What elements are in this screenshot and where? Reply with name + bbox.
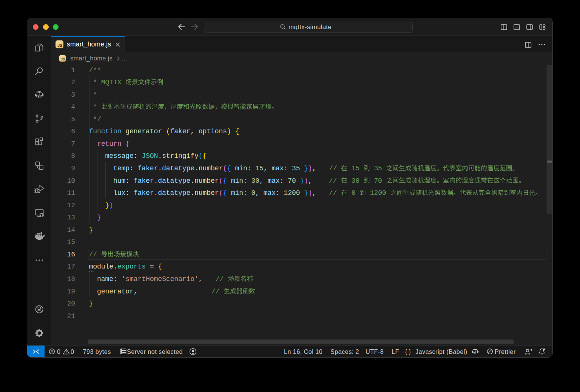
svg-text:exports: exports [117, 263, 146, 270]
svg-text:min: min [231, 189, 243, 197]
svg-text://: // [89, 251, 97, 258]
svg-text:*: * [93, 91, 97, 99]
svg-text::: : [125, 189, 130, 197]
svg-text:4: 4 [71, 103, 75, 111]
svg-text://: // [211, 288, 220, 295]
svg-text:,: , [312, 165, 316, 172]
svg-text:return: return [97, 140, 122, 148]
svg-text:16: 16 [67, 251, 75, 258]
svg-text:(: ( [166, 128, 170, 135]
svg-text:): ) [109, 202, 113, 209]
svg-text:15: 15 [352, 165, 360, 172]
svg-text:15: 15 [255, 165, 264, 172]
svg-text::: : [134, 152, 138, 160]
svg-text:.: . [154, 177, 158, 185]
svg-text:hum: hum [113, 177, 125, 185]
svg-text:21: 21 [67, 312, 75, 320]
svg-text:min: min [231, 177, 243, 185]
svg-text:{: { [125, 140, 130, 148]
svg-text:lux: lux [113, 189, 125, 197]
svg-text:stringify: stringify [162, 152, 199, 160]
svg-text:faker: faker [170, 128, 191, 135]
svg-text:number: number [194, 177, 219, 185]
svg-text:number: number [194, 189, 219, 197]
svg-text:1200: 1200 [284, 189, 300, 197]
svg-text:}: } [97, 214, 101, 221]
svg-text:12: 12 [67, 202, 75, 209]
svg-text:.: . [154, 189, 158, 197]
svg-text:=: = [150, 263, 154, 270]
svg-text:1200: 1200 [370, 189, 386, 197]
svg-text:15: 15 [67, 238, 75, 246]
svg-text:7: 7 [71, 140, 75, 148]
svg-text:20: 20 [67, 300, 75, 307]
svg-text:*: * [93, 79, 97, 86]
svg-text:1: 1 [71, 66, 75, 74]
svg-text:.: . [113, 263, 117, 270]
svg-text:.: . [158, 165, 162, 172]
svg-text:(: ( [223, 165, 227, 172]
svg-text::: : [243, 189, 247, 197]
svg-text:*/: */ [93, 116, 101, 123]
svg-text:(: ( [219, 189, 223, 197]
svg-text:3: 3 [71, 91, 75, 99]
svg-text:,: , [190, 128, 194, 135]
svg-text:faker: faker [134, 177, 154, 185]
svg-text:}: } [304, 189, 308, 197]
svg-text:min: min [235, 165, 247, 172]
svg-text::: : [113, 275, 117, 283]
svg-text:,: , [199, 275, 203, 283]
svg-text:datatype: datatype [158, 177, 190, 185]
svg-text:(: ( [199, 152, 203, 160]
svg-text:generator: generator [125, 128, 162, 135]
svg-text:,: , [312, 189, 316, 197]
svg-text:(: ( [219, 177, 223, 185]
svg-text:generator: generator [97, 288, 134, 295]
svg-text:max: max [264, 189, 276, 197]
svg-text:{: { [227, 165, 231, 172]
svg-text:max: max [271, 165, 284, 172]
svg-text::: : [130, 165, 134, 172]
svg-text:): ) [308, 189, 312, 197]
svg-text:17: 17 [67, 263, 75, 270]
svg-text:14: 14 [67, 226, 75, 234]
svg-text:module: module [89, 263, 114, 270]
svg-text::: : [125, 177, 130, 185]
svg-text:35: 35 [292, 165, 300, 172]
svg-text:35: 35 [374, 165, 382, 172]
svg-text:{: { [203, 152, 207, 160]
svg-text:0: 0 [251, 189, 256, 197]
svg-text:.: . [190, 177, 194, 185]
svg-text:,: , [308, 177, 312, 185]
svg-text:6: 6 [71, 128, 75, 135]
svg-text:faker: faker [138, 165, 158, 172]
svg-text:name: name [97, 275, 113, 283]
svg-text:): ) [304, 177, 308, 185]
svg-text:{: { [235, 128, 239, 135]
svg-text:11: 11 [67, 189, 75, 197]
svg-text::: : [284, 165, 288, 172]
svg-text:70: 70 [374, 177, 382, 185]
svg-text:function: function [89, 128, 122, 135]
svg-text:18: 18 [67, 275, 75, 283]
svg-text:message: message [105, 152, 134, 160]
svg-text:datatype: datatype [162, 165, 194, 172]
svg-text:max: max [268, 177, 280, 185]
svg-text:{: { [158, 263, 162, 270]
svg-text:0: 0 [352, 189, 356, 197]
svg-text:temp: temp [113, 165, 130, 172]
svg-text:30: 30 [251, 177, 260, 185]
svg-text:,: , [255, 189, 259, 197]
svg-text://: // [329, 177, 337, 185]
svg-text::: : [247, 165, 251, 172]
svg-text:,: , [264, 165, 268, 172]
svg-text:/**: /** [89, 66, 101, 74]
svg-text::: : [280, 177, 284, 185]
svg-text:): ) [227, 128, 231, 135]
svg-text:19: 19 [67, 288, 75, 295]
svg-text:70: 70 [288, 177, 296, 185]
svg-text:8: 8 [71, 152, 75, 160]
svg-text:'smartHomeScenario': 'smartHomeScenario' [122, 275, 199, 283]
svg-text:}: } [89, 300, 93, 307]
svg-text:options: options [199, 128, 227, 135]
